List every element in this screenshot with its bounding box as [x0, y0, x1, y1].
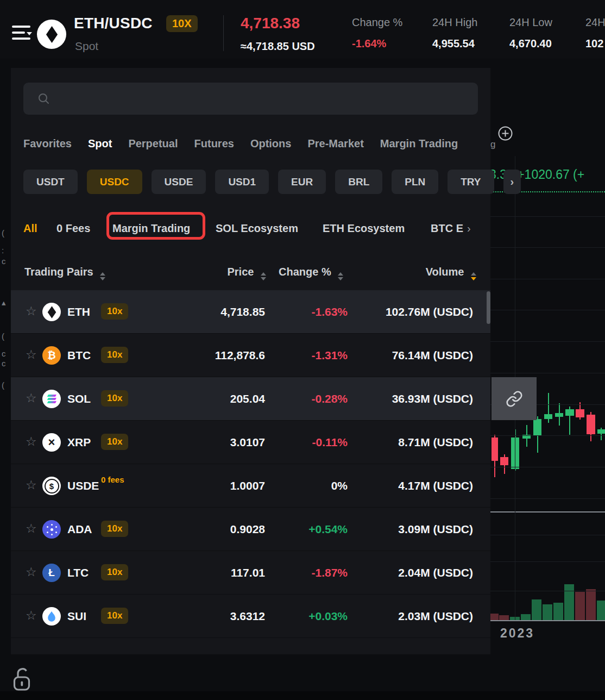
chart-year-label: 2023 — [500, 626, 534, 641]
pane-separator — [490, 620, 605, 621]
gridline — [490, 216, 605, 217]
chip-try[interactable]: TRY — [448, 170, 494, 194]
menu-icon[interactable] — [12, 26, 31, 43]
unlock-icon[interactable] — [12, 665, 32, 693]
chip-usdt[interactable]: USDT — [23, 170, 78, 194]
table-row-sui[interactable]: ☆ SUI 10x 3.6312 +0.03% 2.03M (USDC) — [11, 595, 490, 638]
col-price[interactable]: Price — [228, 261, 267, 283]
pair-symbol: BTC — [67, 349, 91, 362]
gridline — [490, 435, 605, 436]
favorite-star-icon[interactable]: ☆ — [26, 392, 37, 404]
categories-more-chevron-icon[interactable]: › — [467, 217, 471, 239]
tab-perpetual[interactable]: Perpetual — [128, 138, 178, 150]
last-price: 4,718.38 — [241, 15, 300, 32]
pair-title[interactable]: ETH/USDC — [74, 15, 153, 32]
stat-24h-low: 24H Low 4,670.40 — [509, 16, 552, 50]
clipped-text-fragment: ( — [2, 380, 10, 390]
filter-btc-ecosystem[interactable]: BTC E — [431, 217, 463, 239]
search-input[interactable] — [58, 92, 478, 105]
volume-bar — [499, 615, 509, 620]
gridline — [490, 310, 605, 310]
chip-eur[interactable]: EUR — [278, 170, 326, 194]
favorite-star-icon[interactable]: ☆ — [26, 566, 37, 578]
favorite-star-icon[interactable]: ☆ — [26, 609, 37, 622]
pair-change: +0.03% — [308, 610, 348, 623]
candle-wick — [537, 416, 538, 453]
favorite-star-icon[interactable]: ☆ — [26, 348, 37, 361]
table-row-ada[interactable]: ☆ ADA 10x 0.9028 +0.54% 3.09M (USDC) — [11, 508, 490, 551]
candle-wick — [526, 425, 527, 447]
search-icon — [37, 92, 50, 105]
chip-usde[interactable]: USDE — [152, 170, 206, 194]
eth-logo-icon — [37, 20, 66, 49]
market-tabs: Favorites Spot Perpetual Futures Options… — [23, 138, 458, 150]
table-row-ltc[interactable]: ☆ Ł LTC 10x 117.01 -1.87% 2.04M (USDC) — [11, 551, 490, 595]
leverage-badge: 10x — [101, 564, 128, 580]
sort-icons-volume-desc — [471, 272, 476, 280]
search-bar[interactable] — [23, 83, 478, 115]
volume-bar — [553, 603, 563, 620]
tab-spot[interactable]: Spot — [88, 138, 112, 150]
tab-pre-market[interactable]: Pre-Market — [307, 138, 363, 150]
tab-options[interactable]: Options — [250, 138, 292, 150]
pair-symbol: SOL — [67, 392, 91, 405]
add-indicator-icon[interactable] — [498, 126, 513, 143]
gridline — [490, 373, 605, 373]
tab-futures[interactable]: Futures — [194, 138, 234, 150]
usd-price: ≈4,718.85 USD — [241, 40, 315, 53]
filter-0-fees[interactable]: 0 Fees — [56, 217, 90, 239]
pair-price: 3.6312 — [230, 610, 265, 623]
leverage-badge: 10x — [101, 390, 128, 407]
stat-value: -1.64% — [352, 38, 402, 50]
table-row-eth[interactable]: ☆ ETH 10x 4,718.85 -1.63% 102.76M (USDC) — [11, 290, 490, 334]
pair-symbol: USDE — [67, 479, 99, 492]
stat-value: 4,670.40 — [509, 38, 552, 50]
chips-more-chevron-icon[interactable]: › — [503, 170, 521, 194]
gridline — [490, 561, 605, 562]
table-row-usde[interactable]: ☆ $ USDE 0 fees 1.0007 0% 4.17M (USDC) — [11, 464, 490, 508]
stat-label: 24H Low — [509, 16, 552, 29]
filter-sol-ecosystem[interactable]: SOL Ecosystem — [216, 217, 298, 239]
clipped-text-fragment: ( — [2, 332, 10, 341]
filter-margin-trading[interactable]: Margin Trading — [112, 217, 190, 239]
tab-margin-trading[interactable]: Margin Trading — [380, 138, 458, 150]
volume-bar — [575, 592, 585, 620]
chip-brl[interactable]: BRL — [335, 170, 382, 194]
col-trading-pairs[interactable]: Trading Pairs — [24, 261, 105, 283]
gridline — [490, 591, 605, 591]
panel-scrollbar-thumb[interactable] — [487, 291, 490, 324]
chip-usd1[interactable]: USD1 — [215, 170, 269, 194]
pair-change: -1.87% — [311, 566, 348, 579]
table-row-btc[interactable]: ☆ ₿ BTC 10x 112,878.6 -1.31% 76.14M (USD… — [11, 334, 490, 377]
pair-symbol: SUI — [67, 610, 86, 623]
favorite-star-icon[interactable]: ☆ — [26, 305, 37, 317]
candle-wick — [590, 412, 591, 441]
chip-usdc[interactable]: USDC — [87, 170, 142, 194]
col-volume[interactable]: Volume — [426, 261, 476, 283]
filter-all[interactable]: All — [23, 217, 37, 239]
favorite-star-icon[interactable]: ☆ — [26, 522, 37, 535]
usde-coin-icon: $ — [42, 477, 61, 495]
pair-volume: 8.71M (USDC) — [398, 436, 473, 449]
stat-change: Change % -1.64% — [352, 16, 402, 50]
volume-bar — [490, 614, 499, 620]
filter-eth-ecosystem[interactable]: ETH Ecosystem — [323, 217, 405, 239]
stat-24h-turnover-clipped: 24H 102 — [585, 16, 605, 50]
pair-volume: 2.04M (USDC) — [398, 566, 473, 579]
leverage-badge: 10x — [101, 347, 128, 363]
clipped-text-fragment: g — [490, 139, 495, 150]
top-bar: ETH/USDC 10X Spot 4,718.38 ≈4,718.85 USD… — [0, 0, 605, 59]
tab-favorites[interactable]: Favorites — [23, 138, 72, 150]
volume-bar — [564, 584, 574, 620]
link-chart-button[interactable] — [491, 377, 537, 420]
col-change[interactable]: Change % — [279, 261, 343, 283]
favorite-star-icon[interactable]: ☆ — [26, 479, 37, 491]
table-row-sol[interactable]: ☆ SOL 10x 205.04 -0.28% 36.93M (USDC) — [11, 377, 490, 421]
pair-volume: 76.14M (USDC) — [392, 349, 473, 362]
stat-value: 4,955.54 — [432, 38, 477, 50]
chip-pln[interactable]: PLN — [392, 170, 438, 194]
table-row-xrp[interactable]: ☆ × XRP 10x 3.0107 -0.11% 8.71M (USDC) — [11, 421, 490, 464]
favorite-star-icon[interactable]: ☆ — [26, 435, 37, 448]
pair-change: -0.28% — [311, 392, 348, 405]
stat-24h-high: 24H High 4,955.54 — [432, 16, 477, 50]
